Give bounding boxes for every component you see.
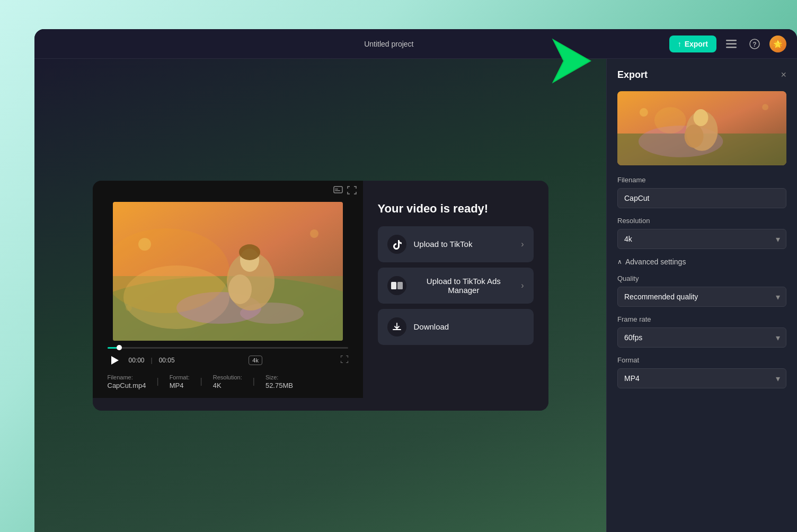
header: Untitled project ↑ Export ? 🌟 (34, 29, 797, 59)
file-info-format: Format: MP4 (170, 374, 190, 389)
video-actions-section: Your video is ready! Upload to TikTok (363, 181, 548, 398)
progress-bar[interactable] (108, 347, 348, 349)
tiktok-ads-icon (387, 276, 406, 295)
svg-rect-2 (726, 47, 737, 48)
export-panel-header: Export × (617, 69, 786, 81)
svg-rect-0 (726, 40, 737, 41)
tiktok-icon (387, 235, 406, 254)
file-info: Filename: CapCut.mp4 | Format: MP4 | Res… (93, 368, 363, 389)
svg-point-21 (126, 305, 132, 311)
framerate-field-label: Frame rate (617, 315, 786, 323)
advanced-settings-toggle[interactable]: ∧ Advanced settings (617, 258, 786, 266)
fullscreen-button[interactable] (341, 356, 348, 365)
svg-point-32 (640, 108, 648, 117)
file-info-filename: Filename: CapCut.mp4 (108, 374, 146, 389)
format-label: Format: (170, 374, 190, 380)
filename-field-container: Filename (617, 176, 786, 217)
svg-text:?: ? (752, 41, 756, 48)
filename-value: CapCut.mp4 (108, 382, 146, 389)
video-area: 00:00 | 00:05 4k (34, 59, 606, 532)
svg-point-30 (685, 125, 704, 148)
svg-rect-5 (334, 187, 342, 193)
framerate-select[interactable]: 24fps 30fps 60fps (617, 327, 786, 348)
filename-input[interactable] (617, 188, 786, 208)
export-button[interactable]: ↑ Export (669, 36, 716, 52)
size-label: Size: (265, 374, 293, 380)
svg-point-17 (239, 244, 260, 260)
size-value: 52.75MB (265, 382, 293, 389)
video-frame (113, 202, 343, 341)
play-button[interactable] (108, 353, 122, 368)
format-field-label: Format (617, 356, 786, 364)
quality-field-label: Quality (617, 274, 786, 282)
video-player-section: 00:00 | 00:05 4k (93, 181, 363, 398)
menu-icon[interactable] (723, 36, 740, 52)
advanced-settings-label: Advanced settings (625, 258, 686, 266)
svg-point-16 (228, 274, 252, 304)
filename-label: Filename: (108, 374, 146, 380)
svg-point-33 (762, 104, 768, 110)
subtitle-icon[interactable] (333, 186, 343, 197)
tiktok-btn-label: Upload to TikTok (414, 240, 473, 249)
export-thumbnail (617, 91, 786, 165)
export-panel: Export × (606, 59, 797, 532)
download-btn-label: Download (414, 322, 449, 331)
project-title: Untitled project (364, 40, 413, 48)
svg-point-31 (654, 107, 686, 134)
resolution-field-label: Resolution (617, 217, 786, 225)
svg-point-19 (138, 238, 151, 251)
resolution-select[interactable]: 720p 1080p 2k 4k (617, 229, 786, 249)
avatar[interactable]: 🌟 (769, 36, 786, 52)
filename-field-label: Filename (617, 176, 786, 184)
quality-field-container: Quality Recommended quality Better quali… (617, 274, 786, 307)
player-top-bar (93, 181, 363, 202)
current-time: 00:00 (129, 357, 145, 364)
svg-marker-22 (111, 356, 119, 365)
export-panel-title: Export (617, 69, 648, 81)
tiktok-ads-btn-label: Upload to TikTok Ads Manager (414, 277, 514, 295)
tiktok-chevron-icon: › (521, 240, 524, 249)
header-actions: ↑ Export ? 🌟 (669, 36, 786, 52)
format-value: MP4 (170, 382, 190, 389)
format-select[interactable]: MP4 MOV AVI (617, 368, 786, 388)
upload-tiktok-ads-button[interactable]: Upload to TikTok Ads Manager › (378, 268, 534, 304)
export-upload-icon: ↑ (678, 40, 681, 48)
svg-rect-1 (726, 43, 737, 45)
framerate-field-container: Frame rate 24fps 30fps 60fps ▾ (617, 315, 786, 348)
resolution-field-container: Resolution 720p 1080p 2k 4k ▾ (617, 217, 786, 249)
download-icon (387, 317, 406, 336)
file-info-size: Size: 52.75MB (265, 374, 293, 389)
resolution-value: 4K (213, 382, 242, 389)
player-controls: 00:00 | 00:05 4k (93, 349, 363, 368)
framerate-select-wrapper: 24fps 30fps 60fps ▾ (617, 327, 786, 348)
app-window: Untitled project ↑ Export ? 🌟 (34, 29, 797, 532)
download-button[interactable]: Download (378, 309, 534, 345)
svg-point-20 (310, 229, 318, 238)
format-field-container: Format MP4 MOV AVI ▾ (617, 356, 786, 388)
svg-rect-6 (335, 189, 338, 190)
export-btn-label: Export (685, 40, 708, 48)
progress-thumb (117, 345, 122, 350)
quality-select-wrapper: Recommended quality Better quality Best … (617, 287, 786, 307)
video-ready-card: 00:00 | 00:05 4k (93, 181, 548, 411)
svg-rect-23 (391, 282, 396, 289)
total-time: 00:05 (159, 357, 175, 364)
quality-select[interactable]: Recommended quality Better quality Best … (617, 287, 786, 307)
resolution-select-wrapper: 720p 1080p 2k 4k ▾ (617, 229, 786, 249)
video-ready-title: Your video is ready! (378, 202, 534, 216)
main-content: 00:00 | 00:05 4k (34, 59, 797, 532)
svg-rect-7 (335, 190, 340, 191)
chevron-up-icon: ∧ (617, 258, 622, 265)
export-panel-close-button[interactable]: × (781, 69, 786, 81)
tiktok-ads-chevron-icon: › (521, 281, 524, 290)
help-icon[interactable]: ? (746, 36, 763, 52)
fullscreen-icon[interactable] (347, 186, 357, 197)
quality-badge: 4k (249, 356, 262, 365)
format-select-wrapper: MP4 MOV AVI ▾ (617, 368, 786, 388)
file-info-resolution: Resolution: 4K (213, 374, 242, 389)
svg-point-29 (694, 109, 709, 126)
svg-rect-24 (397, 282, 403, 289)
upload-tiktok-button[interactable]: Upload to TikTok › (378, 226, 534, 262)
resolution-label: Resolution: (213, 374, 242, 380)
